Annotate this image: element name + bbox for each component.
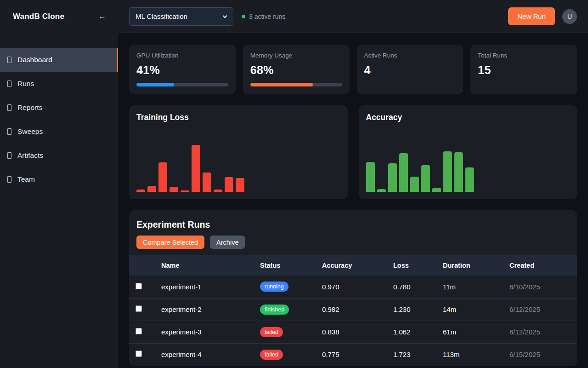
chart-bar (443, 151, 452, 192)
sidebar-collapse-button[interactable]: ← (98, 12, 106, 21)
charts-grid: Training Loss Accuracy (129, 105, 577, 199)
cell-accuracy: 0.982 (322, 298, 393, 321)
chart-bar (170, 187, 178, 192)
progress-track (250, 83, 342, 86)
chart-bar (465, 167, 474, 192)
table-row[interactable]: experiment-4 failed 0.775 1.723 113m 6/1… (129, 343, 577, 366)
app-title: WandB Clone (13, 12, 64, 21)
cell-created: 6/12/2025 (509, 298, 577, 321)
cell-created: 6/10/2025 (509, 276, 577, 298)
chart-bar (203, 172, 211, 192)
placeholder-glyph-icon (7, 176, 11, 183)
sidebar-item-label: Dashboard (17, 56, 52, 64)
stats-grid: GPU Utilization 41% Memory Usage 68% Act… (129, 45, 577, 94)
compare-selected-button[interactable]: Compare Selected (136, 236, 204, 249)
table-row[interactable]: experiment-3 failed 0.838 1.062 61m 6/12… (129, 321, 577, 343)
column-header: Duration (443, 255, 509, 276)
header-row: NameStatusAccuracyLossDurationCreated (129, 255, 577, 276)
experiment-runs-section: Experiment Runs Compare Selected Archive… (129, 210, 577, 366)
placeholder-glyph-icon (7, 80, 11, 87)
row-checkbox[interactable] (136, 351, 142, 357)
table-row[interactable]: experiment-1 running 0.970 0.780 11m 6/1… (129, 276, 577, 298)
main-content: GPU Utilization 41% Memory Usage 68% Act… (118, 33, 588, 368)
project-select[interactable]: ML Classification (129, 7, 233, 26)
cell-duration: 11m (443, 276, 509, 298)
chart-bar (377, 189, 386, 192)
sidebar-item[interactable]: Sweeps (0, 120, 118, 144)
logo-row: WandB Clone ← (0, 0, 118, 21)
top-header: ML Classification 3 active runs New Run … (118, 0, 588, 33)
sidebar-item-label: Reports (17, 104, 42, 112)
chart-bar (366, 162, 375, 192)
stat-label: Total Runs (478, 52, 570, 59)
chart-bar (214, 190, 222, 192)
stat-value: 15 (478, 63, 570, 77)
stat-card: GPU Utilization 41% (129, 45, 236, 94)
avatar[interactable]: U (562, 9, 577, 24)
chart-bar (454, 152, 463, 192)
chart-title: Training Loss (136, 113, 340, 122)
active-runs-status: 3 active runs (242, 13, 285, 20)
column-header (129, 255, 161, 276)
cell-duration: 61m (443, 321, 509, 343)
sidebar-item[interactable]: Reports (0, 96, 118, 120)
cell-duration: 14m (443, 298, 509, 321)
runs-actions: Compare Selected Archive (129, 236, 577, 249)
active-runs-text: 3 active runs (249, 13, 285, 20)
sidebar-nav: Dashboard Runs Reports Sweeps Artifacts … (0, 48, 118, 191)
sidebar-item[interactable]: Team (0, 167, 118, 191)
new-run-button[interactable]: New Run (508, 7, 555, 25)
cell-created: 6/15/2025 (509, 343, 577, 366)
chart-bar (236, 178, 244, 192)
cell-accuracy: 0.838 (322, 321, 393, 343)
sidebar-item[interactable]: Runs (0, 72, 118, 96)
chart-bar (432, 188, 441, 192)
row-checkbox[interactable] (136, 283, 142, 289)
cell-loss: 1.230 (393, 298, 443, 321)
cell-created: 6/12/2025 (509, 321, 577, 343)
placeholder-glyph-icon (7, 152, 11, 159)
cell-accuracy: 0.775 (322, 343, 393, 366)
chart-bar (147, 186, 156, 192)
archive-button[interactable]: Archive (210, 236, 245, 249)
progress-fill (250, 83, 313, 86)
cell-loss: 1.723 (393, 343, 443, 366)
sidebar-item[interactable]: Artifacts (0, 144, 118, 167)
column-header: Name (161, 255, 260, 276)
stat-card: Active Runs 4 (357, 45, 464, 94)
runs-table-body: experiment-1 running 0.970 0.780 11m 6/1… (129, 276, 577, 366)
sidebar-item-label: Sweeps (17, 127, 43, 136)
runs-table-head: NameStatusAccuracyLossDurationCreated (129, 255, 577, 276)
stat-label: Active Runs (364, 52, 456, 59)
chart-bar (225, 177, 233, 192)
header-right: New Run U (508, 7, 577, 25)
row-checkbox[interactable] (136, 328, 142, 334)
cell-duration: 113m (443, 343, 509, 366)
chart-bar (388, 163, 397, 192)
chart-bar (136, 190, 145, 192)
training-loss-bars (136, 145, 244, 192)
cell-loss: 0.780 (393, 276, 443, 298)
sidebar-item-label: Artifacts (17, 151, 43, 160)
row-checkbox[interactable] (136, 305, 142, 312)
chart-bar (181, 190, 189, 192)
status-badge: failed (260, 350, 283, 360)
accuracy-bars (366, 145, 474, 192)
stat-card: Total Runs 15 (470, 45, 577, 94)
cell-name: experiment-3 (161, 321, 260, 343)
column-header: Accuracy (322, 255, 393, 276)
project-select-wrap: ML Classification (129, 7, 233, 26)
table-row[interactable]: experiment-2 finished 0.982 1.230 14m 6/… (129, 298, 577, 321)
status-badge: finished (260, 305, 289, 315)
chart-bar (410, 177, 419, 192)
cell-name: experiment-1 (161, 276, 260, 298)
sidebar-item-label: Team (17, 175, 35, 184)
status-badge: failed (260, 327, 283, 337)
cell-name: experiment-4 (161, 343, 260, 366)
stat-label: GPU Utilization (136, 52, 228, 59)
placeholder-glyph-icon (7, 57, 11, 63)
column-header: Loss (393, 255, 443, 276)
sidebar: WandB Clone ← Dashboard Runs Reports Swe… (0, 0, 118, 368)
sidebar-item[interactable]: Dashboard (0, 48, 118, 72)
stat-value: 41% (136, 63, 228, 77)
